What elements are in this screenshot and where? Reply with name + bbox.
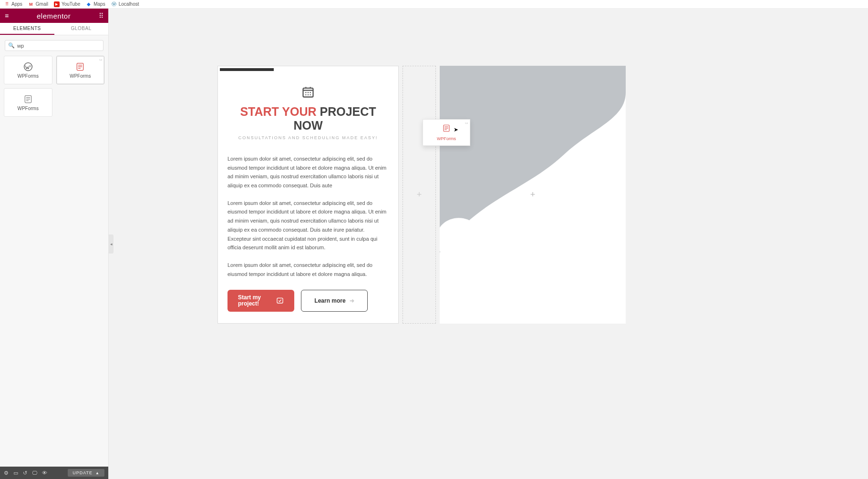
bookmark-maps[interactable]: ◆ Maps	[86, 1, 105, 7]
button-label: Learn more	[314, 298, 345, 304]
svg-point-14	[308, 92, 309, 93]
svg-point-17	[308, 94, 309, 95]
bookmark-gmail[interactable]: M Gmail	[28, 1, 48, 7]
panel-collapse-toggle[interactable]: ◂	[109, 234, 114, 254]
wordpress-icon: ⓦ	[111, 1, 117, 7]
svg-point-18	[310, 94, 311, 95]
section-columns: START YOUR PROJECT NOW CONSULTATIONS AND…	[217, 66, 626, 324]
body-paragraph-3[interactable]: Lorem ipsum dolor sit amet, consectetur …	[227, 261, 389, 278]
bookmark-label: Maps	[93, 1, 105, 7]
pro-badge-icon: ▭	[465, 121, 468, 125]
form-icon	[75, 62, 85, 71]
cursor-icon: ➤	[454, 126, 458, 133]
arrow-right-icon: ➜	[350, 297, 354, 304]
elementor-sidebar: ≡ elementor ⠿ ELEMENTS GLOBAL 🔍 WPForms …	[0, 9, 109, 479]
svg-point-15	[310, 92, 311, 93]
button-label: Start my project!	[238, 295, 272, 307]
bookmark-label: Apps	[11, 1, 22, 7]
plus-icon: +	[417, 190, 422, 200]
widget-wpforms-1[interactable]: WPForms	[4, 56, 52, 84]
bookmark-localhost[interactable]: ⓦ Localhost	[111, 1, 139, 7]
bookmark-label: YouTube	[62, 1, 80, 7]
tab-global[interactable]: GLOBAL	[54, 23, 109, 35]
update-button[interactable]: UPDATE ▲	[68, 469, 104, 477]
widgets-grid-icon[interactable]: ⠿	[99, 12, 103, 20]
sidebar-footer: ⚙ ▭ ↺ 🖵 👁 UPDATE ▲	[0, 467, 108, 479]
start-project-button[interactable]: Start my project!	[227, 290, 294, 312]
responsive-icon[interactable]: 🖵	[32, 470, 37, 476]
body-paragraph-2[interactable]: Lorem ipsum dolor sit amet, consectetur …	[227, 199, 389, 252]
wordpress-logo-icon	[23, 62, 33, 71]
sidebar-header: ≡ elementor ⠿	[0, 9, 108, 23]
svg-point-13	[305, 92, 306, 93]
update-label: UPDATE	[72, 470, 93, 475]
page-subheading[interactable]: CONSULTATIONS AND SCHEDULING MADE EASY!	[227, 135, 389, 140]
page-heading[interactable]: START YOUR PROJECT NOW	[227, 105, 389, 132]
column-image-placeholder[interactable]: +	[440, 66, 626, 324]
menu-icon[interactable]: ≡	[5, 12, 9, 20]
calendar-icon	[227, 85, 389, 102]
bookmark-label: Gmail	[36, 1, 48, 7]
plus-icon: +	[530, 190, 536, 200]
widget-wpforms-2[interactable]: ▭ WPForms	[56, 56, 105, 84]
heading-accent: START YOUR	[240, 105, 316, 118]
sidebar-spacer	[0, 117, 108, 467]
search-input[interactable]	[17, 43, 100, 49]
widget-label: WPForms	[18, 73, 39, 79]
calendar-check-icon	[276, 296, 284, 306]
history-icon[interactable]: ↺	[23, 470, 27, 476]
learn-more-button[interactable]: Learn more ➜	[301, 290, 368, 312]
browser-bookmark-bar: ⠿ Apps M Gmail ▶ YouTube ◆ Maps ⓦ Localh…	[0, 0, 868, 9]
form-icon	[23, 94, 33, 104]
widgets-grid: WPForms ▭ WPForms WPForms	[0, 56, 108, 117]
widget-wpforms-3[interactable]: WPForms	[4, 88, 52, 117]
apps-grid-icon: ⠿	[4, 1, 10, 7]
bookmark-label: Localhost	[119, 1, 139, 7]
settings-icon[interactable]: ⚙	[4, 470, 9, 476]
sidebar-tabs: ELEMENTS GLOBAL	[0, 23, 108, 35]
navigator-icon[interactable]: ▭	[13, 470, 18, 476]
widget-label: WPForms	[18, 106, 39, 111]
column-empty-dropzone[interactable]: +	[403, 66, 436, 324]
app-root: ≡ elementor ⠿ ELEMENTS GLOBAL 🔍 WPForms …	[0, 9, 868, 479]
column-content[interactable]: START YOUR PROJECT NOW CONSULTATIONS AND…	[217, 66, 399, 324]
button-row: Start my project! Learn more ➜	[227, 290, 389, 312]
svg-point-16	[305, 94, 306, 95]
bookmark-youtube[interactable]: ▶ YouTube	[54, 1, 80, 7]
dragging-widget-ghost[interactable]: ▭ WPForms ➤	[423, 119, 470, 146]
widget-label: WPForms	[70, 73, 91, 79]
tab-elements[interactable]: ELEMENTS	[0, 23, 54, 35]
search-icon: 🔍	[8, 42, 15, 49]
search-wrap: 🔍	[0, 35, 108, 56]
pro-badge-icon: ▭	[99, 58, 103, 61]
search-box[interactable]: 🔍	[5, 40, 103, 51]
youtube-icon: ▶	[54, 1, 60, 7]
svg-rect-19	[277, 298, 283, 303]
preview-icon[interactable]: 👁	[42, 470, 47, 476]
chevron-up-icon: ▲	[95, 471, 100, 475]
bookmark-apps[interactable]: ⠿ Apps	[4, 1, 22, 7]
gmail-icon: M	[28, 1, 34, 7]
column-inner: START YOUR PROJECT NOW CONSULTATIONS AND…	[218, 71, 398, 323]
elementor-logo: elementor	[37, 12, 71, 20]
maps-icon: ◆	[86, 1, 92, 7]
body-paragraph-1[interactable]: Lorem ipsum dolor sit amet, consectetur …	[227, 154, 389, 190]
ghost-label: WPForms	[437, 136, 456, 141]
editor-canvas[interactable]: ◂ START YOUR PROJECT NOW CONSULTATIONS A…	[109, 9, 868, 479]
form-icon	[442, 124, 451, 134]
